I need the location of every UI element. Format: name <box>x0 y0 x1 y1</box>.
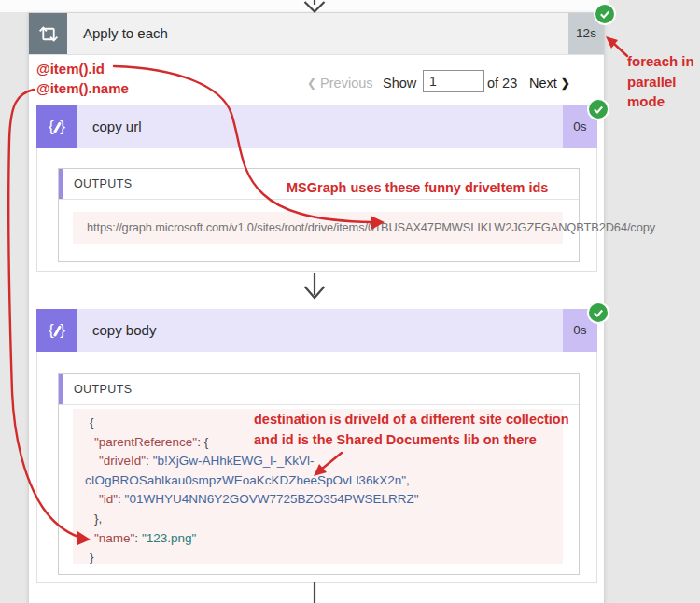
loop-title: Apply to each <box>83 13 168 54</box>
copy-body-header[interactable]: {} copy body 0s <box>36 309 597 352</box>
outputs-label: OUTPUTS <box>74 177 133 190</box>
outputs-divider <box>59 199 579 200</box>
outputs-accent-bar <box>59 374 63 405</box>
action-card-copy-url: {} copy url 0s OUTPUTS https://graph.mic… <box>36 105 597 272</box>
chevron-left-icon: ❮ <box>307 77 316 90</box>
outputs-divider <box>59 404 579 405</box>
item-id-annotation: @item().id <box>36 61 105 77</box>
flow-run-canvas: Apply to each 12s @item().id @item().nam… <box>0 0 700 603</box>
arrowhead <box>606 36 618 49</box>
outputs-value-strip: https://graph.microsoft.com/v1.0/sites/r… <box>73 212 563 244</box>
loop-icon <box>29 13 67 54</box>
braces-pencil-icon: {} <box>36 105 77 148</box>
msgraph-annotation: MSGraph uses these funny driveItem ids <box>287 177 548 198</box>
loop-status-check-icon <box>594 3 616 25</box>
copy-url-header[interactable]: {} copy url 0s <box>36 105 597 148</box>
pagination-of-label: of 23 <box>487 76 517 91</box>
canvas-top-strip <box>0 0 609 12</box>
action-card-copy-body: {} copy body 0s OUTPUTS {"parentReferenc… <box>36 309 597 583</box>
outputs-label: OUTPUTS <box>74 383 133 396</box>
foreach-annotation: foreach in parallel mode <box>627 51 694 112</box>
apply-to-each-header[interactable]: Apply to each 12s <box>29 13 604 55</box>
pagination-show-label: Show <box>383 76 416 91</box>
apply-to-each-card: Apply to each 12s @item().id @item().nam… <box>28 12 605 603</box>
action-title: copy body <box>92 309 156 352</box>
output-url-value: https://graph.microsoft.com/v1.0/sites/r… <box>87 220 655 234</box>
chevron-right-icon: ❯ <box>561 77 570 90</box>
copy-url-status-check-icon <box>587 98 609 120</box>
pagination-next-button[interactable]: Next ❯ <box>529 76 570 91</box>
destination-annotation: destination is driveId of a different si… <box>254 409 569 450</box>
copy-body-status-check-icon <box>587 302 609 324</box>
braces-pencil-icon: {} <box>36 309 77 352</box>
item-name-annotation: @item().name <box>36 80 129 96</box>
pagination-page-input[interactable] <box>423 70 484 92</box>
pagination-previous-button[interactable]: ❮ Previous <box>307 76 373 91</box>
action-title: copy url <box>92 105 142 148</box>
foreach-arrow <box>613 43 627 56</box>
copy-body-outputs-box: OUTPUTS {"parentReference": {"driveId": … <box>58 373 580 575</box>
outputs-accent-bar <box>59 169 63 200</box>
